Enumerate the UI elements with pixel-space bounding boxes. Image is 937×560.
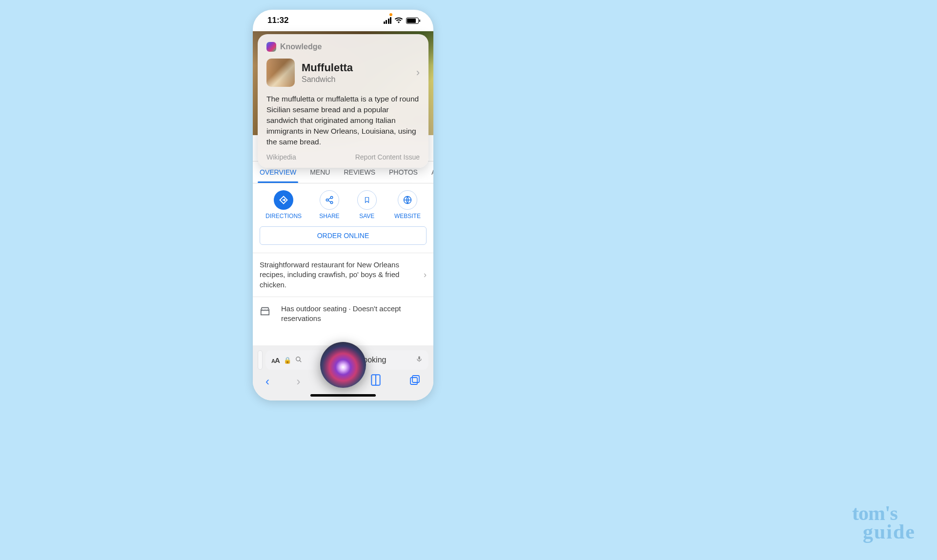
previous-tab-sliver[interactable] (258, 350, 263, 370)
watermark-logo: tom's guide (852, 504, 916, 541)
directions-icon (274, 190, 293, 210)
order-online-button[interactable]: ORDER ONLINE (260, 226, 427, 245)
website-button[interactable]: WEBSITE (394, 190, 421, 220)
tabs-button[interactable] (409, 374, 421, 389)
svg-point-1 (326, 199, 328, 201)
home-indicator[interactable] (310, 394, 376, 397)
forward-button: › (297, 375, 301, 388)
svg-line-4 (328, 200, 330, 202)
knowledge-source[interactable]: Wikipedia (266, 153, 296, 161)
microphone-indicator-dot (389, 13, 392, 16)
svg-rect-10 (410, 378, 417, 384)
knowledge-subtitle: Sandwich (302, 75, 409, 84)
chevron-right-icon[interactable]: › (416, 66, 420, 79)
iphone-screen: 4.4 ★★★★★ (1.1K) $10–20 Restaurant · Ope… (253, 10, 433, 400)
status-time: 11:32 (267, 16, 288, 25)
knowledge-title: Muffuletta (302, 61, 409, 74)
status-bar: 11:32 (253, 10, 433, 31)
share-icon (320, 190, 339, 210)
storefront-icon (260, 306, 270, 320)
save-button[interactable]: SAVE (357, 190, 377, 220)
siri-knowledge-card[interactable]: Knowledge Muffuletta Sandwich › The muff… (258, 34, 428, 168)
share-button[interactable]: SHARE (319, 190, 339, 220)
siri-orb[interactable] (320, 342, 366, 388)
back-button[interactable]: ‹ (265, 375, 269, 388)
share-label: SHARE (319, 213, 339, 220)
battery-icon (406, 18, 419, 24)
description-text: Straightforward restaurant for New Orlea… (260, 260, 399, 289)
search-icon (295, 356, 302, 364)
text-size-button[interactable]: AA (271, 356, 280, 364)
knowledge-body: The muffuletta or muffaletta is a type o… (266, 94, 420, 147)
globe-icon (398, 190, 417, 210)
svg-line-3 (328, 198, 330, 200)
bookmarks-button[interactable] (369, 374, 382, 389)
microphone-icon[interactable] (416, 355, 423, 365)
knowledge-thumbnail (266, 59, 295, 87)
report-content-link[interactable]: Report Content Issue (355, 153, 420, 161)
features-text: Has outdoor seating · Doesn't accept res… (281, 304, 401, 322)
svg-line-7 (300, 360, 302, 362)
chevron-right-icon: › (424, 269, 427, 280)
directions-label: DIRECTIONS (265, 213, 302, 220)
card-header-title: Knowledge (280, 42, 322, 51)
lock-icon: 🔒 (284, 357, 291, 364)
website-label: WEBSITE (394, 213, 421, 220)
actions-row: DIRECTIONS SHARE SAVE WEBSITE (253, 183, 433, 223)
wifi-icon (394, 17, 403, 24)
description-row[interactable]: Straightforward restaurant for New Orlea… (253, 253, 433, 297)
svg-point-2 (330, 201, 333, 204)
directions-button[interactable]: DIRECTIONS (265, 190, 302, 220)
features-row[interactable]: Has outdoor seating · Doesn't accept res… (253, 297, 433, 331)
svg-point-6 (296, 357, 300, 360)
svg-rect-9 (412, 376, 419, 382)
siri-app-icon (266, 42, 276, 52)
watermark-line2: guide (863, 523, 916, 541)
svg-rect-8 (418, 356, 420, 360)
bookmark-icon (357, 190, 377, 210)
cellular-signal-icon (384, 17, 392, 24)
save-label: SAVE (359, 213, 374, 220)
svg-point-0 (330, 197, 333, 199)
